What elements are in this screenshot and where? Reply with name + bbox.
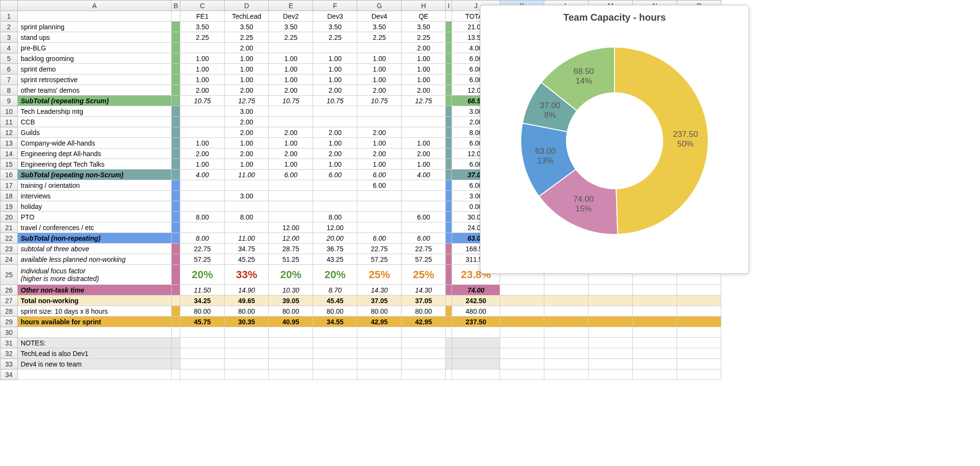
row-30[interactable]: 30: [0, 327, 721, 338]
row-header[interactable]: 26: [0, 285, 18, 295]
cell-I30[interactable]: [446, 327, 452, 338]
cell-F32[interactable]: [313, 348, 357, 359]
cell-G7[interactable]: 1.00: [357, 74, 402, 85]
cell-F24[interactable]: 43.25: [313, 254, 357, 265]
cell-I8[interactable]: [446, 85, 452, 96]
cell-G32[interactable]: [357, 348, 402, 359]
row-header[interactable]: 31: [0, 338, 18, 348]
row-header[interactable]: 29: [0, 317, 18, 327]
cell-C30[interactable]: [180, 327, 225, 338]
cell-O31[interactable]: [677, 338, 721, 348]
cell-K33[interactable]: [500, 359, 544, 369]
cell-F22[interactable]: 20.00: [313, 233, 357, 244]
col-A[interactable]: A: [18, 0, 172, 11]
col-I[interactable]: I: [446, 0, 452, 11]
cell-F26[interactable]: 8.70: [313, 285, 357, 295]
cell-A12[interactable]: Guilds: [18, 127, 172, 138]
cell-H17[interactable]: [402, 180, 446, 191]
cell-E6[interactable]: 1.00: [269, 64, 313, 74]
cell-C27[interactable]: 34.25: [180, 295, 225, 306]
cell-I18[interactable]: [446, 191, 452, 201]
cell-C29[interactable]: 45.75: [180, 317, 225, 327]
cell-J29[interactable]: 237.50: [452, 317, 500, 327]
cell-F3[interactable]: 2.25: [313, 32, 357, 43]
cell-H10[interactable]: [402, 106, 446, 117]
cell-B33[interactable]: [172, 359, 180, 369]
cell-A7[interactable]: sprint retrospective: [18, 74, 172, 85]
cell-A29[interactable]: hours available for sprint: [18, 317, 172, 327]
cell-F12[interactable]: 2.00: [313, 127, 357, 138]
cell-J26[interactable]: 74.00: [452, 285, 500, 295]
cell-G8[interactable]: 2.00: [357, 85, 402, 96]
cell-C34[interactable]: [180, 369, 225, 380]
cell-A22[interactable]: SubTotal (non-repeating): [18, 233, 172, 244]
cell-N31[interactable]: [633, 338, 677, 348]
cell-I10[interactable]: [446, 106, 452, 117]
row-header[interactable]: 15: [0, 159, 18, 170]
cell-I5[interactable]: [446, 53, 452, 64]
cell-C26[interactable]: 11.50: [180, 285, 225, 295]
row-header[interactable]: 11: [0, 117, 18, 127]
cell-C32[interactable]: [180, 348, 225, 359]
cell-N32[interactable]: [633, 348, 677, 359]
cell-D6[interactable]: 1.00: [225, 64, 269, 74]
cell-G28[interactable]: 80.00: [357, 306, 402, 317]
cell-I7[interactable]: [446, 74, 452, 85]
row-29[interactable]: 29hours available for sprint45.7530.3540…: [0, 317, 721, 327]
row-31[interactable]: 31NOTES:: [0, 338, 721, 348]
cell-L30[interactable]: [544, 327, 589, 338]
cell-G9[interactable]: 10.75: [357, 96, 402, 106]
cell-E4[interactable]: [269, 43, 313, 53]
cell-K27[interactable]: [500, 295, 544, 306]
cell-O27[interactable]: [677, 295, 721, 306]
cell-G13[interactable]: 1.00: [357, 138, 402, 148]
cell-G20[interactable]: [357, 212, 402, 222]
cell-D10[interactable]: 3.00: [225, 106, 269, 117]
cell-L34[interactable]: [544, 369, 589, 380]
cell-A24[interactable]: available less planned non-working: [18, 254, 172, 265]
cell-M33[interactable]: [589, 359, 633, 369]
corner-cell[interactable]: [0, 0, 18, 11]
cell-E1[interactable]: Dev2: [269, 11, 313, 22]
cell-I16[interactable]: [446, 170, 452, 180]
cell-A30[interactable]: [18, 327, 172, 338]
cell-A11[interactable]: CCB: [18, 117, 172, 127]
cell-F9[interactable]: 10.75: [313, 96, 357, 106]
cell-H14[interactable]: 2.00: [402, 148, 446, 159]
cell-C20[interactable]: 8.00: [180, 212, 225, 222]
cell-F16[interactable]: 6.00: [313, 170, 357, 180]
cell-E7[interactable]: 1.00: [269, 74, 313, 85]
row-header[interactable]: 28: [0, 306, 18, 317]
cell-L29[interactable]: [544, 317, 589, 327]
cell-D7[interactable]: 1.00: [225, 74, 269, 85]
cell-M27[interactable]: [589, 295, 633, 306]
cell-B26[interactable]: [172, 285, 180, 295]
cell-C23[interactable]: 22.75: [180, 244, 225, 254]
cell-B8[interactable]: [172, 85, 180, 96]
cell-J28[interactable]: 480.00: [452, 306, 500, 317]
row-header[interactable]: 27: [0, 295, 18, 306]
cell-E30[interactable]: [269, 327, 313, 338]
cell-J31[interactable]: [452, 338, 500, 348]
cell-E15[interactable]: 1.00: [269, 159, 313, 170]
cell-I22[interactable]: [446, 233, 452, 244]
cell-B11[interactable]: [172, 117, 180, 127]
row-header[interactable]: 32: [0, 348, 18, 359]
cell-G24[interactable]: 57.25: [357, 254, 402, 265]
cell-N26[interactable]: [633, 285, 677, 295]
cell-B34[interactable]: [172, 369, 180, 380]
cell-A33[interactable]: Dev4 is new to team: [18, 359, 172, 369]
cell-I33[interactable]: [446, 359, 452, 369]
cell-D23[interactable]: 34.75: [225, 244, 269, 254]
cell-D29[interactable]: 30.35: [225, 317, 269, 327]
row-33[interactable]: 33Dev4 is new to team: [0, 359, 721, 369]
cell-I14[interactable]: [446, 148, 452, 159]
row-header[interactable]: 5: [0, 53, 18, 64]
cell-A6[interactable]: sprint demo: [18, 64, 172, 74]
cell-B16[interactable]: [172, 170, 180, 180]
cell-A3[interactable]: stand ups: [18, 32, 172, 43]
row-header[interactable]: 34: [0, 369, 18, 380]
cell-L33[interactable]: [544, 359, 589, 369]
cell-M29[interactable]: [589, 317, 633, 327]
cell-G4[interactable]: [357, 43, 402, 53]
